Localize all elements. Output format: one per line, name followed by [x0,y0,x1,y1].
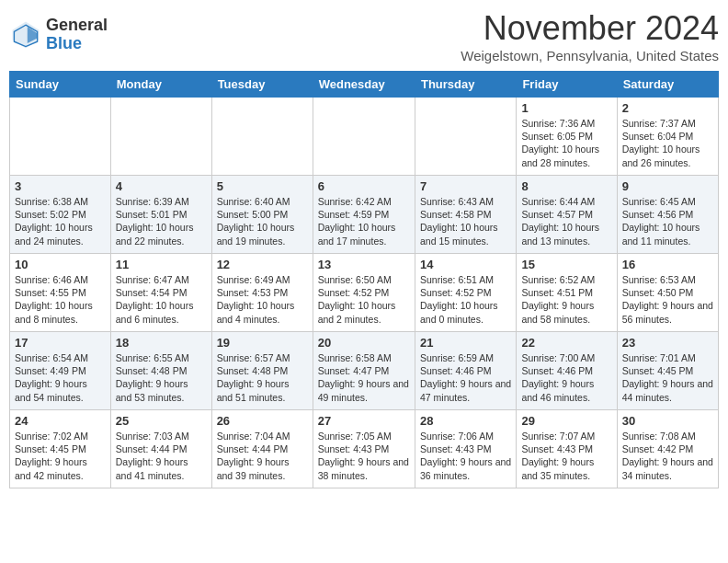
day-number: 22 [521,336,611,350]
day-number: 6 [318,179,410,193]
day-cell: 7Sunrise: 6:43 AMSunset: 4:58 PMDaylight… [415,176,516,254]
day-info: Sunrise: 7:01 AMSunset: 4:45 PMDaylight:… [622,351,713,404]
title-block: November 2024 Weigelstown, Pennsylvania,… [461,9,719,63]
day-info: Sunrise: 6:42 AMSunset: 4:59 PMDaylight:… [318,195,410,247]
day-number: 9 [622,179,713,193]
day-number: 10 [15,258,106,271]
day-number: 19 [217,336,308,350]
day-info: Sunrise: 7:07 AMSunset: 4:43 PMDaylight:… [521,430,611,482]
logo-blue: Blue [46,34,82,52]
day-cell: 13Sunrise: 6:50 AMSunset: 4:52 PMDayligh… [313,254,415,332]
day-cell: 22Sunrise: 7:00 AMSunset: 4:46 PMDayligh… [517,332,617,410]
logo-general: General [46,16,108,34]
day-info: Sunrise: 7:02 AMSunset: 4:45 PMDaylight:… [15,430,106,482]
day-cell: 29Sunrise: 7:07 AMSunset: 4:43 PMDayligh… [517,410,617,488]
day-cell: 24Sunrise: 7:02 AMSunset: 4:45 PMDayligh… [10,410,111,488]
day-cell: 16Sunrise: 6:53 AMSunset: 4:50 PMDayligh… [617,254,718,332]
day-number: 8 [521,179,611,193]
week-row-2: 3Sunrise: 6:38 AMSunset: 5:02 PMDaylight… [10,176,719,254]
day-info: Sunrise: 6:45 AMSunset: 4:56 PMDaylight:… [622,195,713,247]
day-info: Sunrise: 6:49 AMSunset: 4:53 PMDaylight:… [217,273,308,326]
day-info: Sunrise: 6:51 AMSunset: 4:52 PMDaylight:… [420,273,511,326]
day-cell: 30Sunrise: 7:08 AMSunset: 4:42 PMDayligh… [617,410,718,488]
day-number: 23 [622,336,713,350]
day-info: Sunrise: 6:57 AMSunset: 4:48 PMDaylight:… [217,351,308,404]
logo-icon [9,18,42,52]
day-cell: 17Sunrise: 6:54 AMSunset: 4:49 PMDayligh… [10,332,111,410]
day-info: Sunrise: 6:53 AMSunset: 4:50 PMDaylight:… [622,273,713,326]
day-cell: 25Sunrise: 7:03 AMSunset: 4:44 PMDayligh… [110,410,211,488]
day-number: 4 [116,179,207,193]
day-info: Sunrise: 7:36 AMSunset: 6:05 PMDaylight:… [521,117,611,169]
day-cell: 3Sunrise: 6:38 AMSunset: 5:02 PMDaylight… [10,176,111,254]
day-info: Sunrise: 6:44 AMSunset: 4:57 PMDaylight:… [521,195,611,247]
weekday-header-saturday: Saturday [617,72,718,98]
weekday-header-tuesday: Tuesday [211,72,313,98]
month-title: November 2024 [461,9,719,48]
day-info: Sunrise: 6:59 AMSunset: 4:46 PMDaylight:… [420,351,511,404]
day-info: Sunrise: 6:58 AMSunset: 4:47 PMDaylight:… [318,351,410,404]
day-cell: 21Sunrise: 6:59 AMSunset: 4:46 PMDayligh… [415,332,516,410]
day-number: 7 [420,179,511,193]
page-header: General Blue November 2024 Weigelstown, … [9,9,719,63]
day-cell [110,98,211,176]
day-number: 27 [318,414,410,428]
day-info: Sunrise: 6:38 AMSunset: 5:02 PMDaylight:… [15,195,106,247]
day-cell: 1Sunrise: 7:36 AMSunset: 6:05 PMDaylight… [517,98,617,176]
day-cell: 10Sunrise: 6:46 AMSunset: 4:55 PMDayligh… [10,254,111,332]
day-number: 3 [15,179,106,193]
day-number: 21 [420,336,511,350]
day-cell: 14Sunrise: 6:51 AMSunset: 4:52 PMDayligh… [415,254,516,332]
day-info: Sunrise: 6:55 AMSunset: 4:48 PMDaylight:… [116,351,207,404]
day-info: Sunrise: 6:39 AMSunset: 5:01 PMDaylight:… [116,195,207,247]
day-cell: 18Sunrise: 6:55 AMSunset: 4:48 PMDayligh… [110,332,211,410]
day-info: Sunrise: 6:47 AMSunset: 4:54 PMDaylight:… [116,273,207,326]
day-cell [10,98,111,176]
day-cell: 2Sunrise: 7:37 AMSunset: 6:04 PMDaylight… [617,98,718,176]
day-number: 17 [15,336,106,350]
logo: General Blue [9,17,108,53]
week-row-4: 17Sunrise: 6:54 AMSunset: 4:49 PMDayligh… [10,332,719,410]
day-number: 12 [217,258,308,271]
day-info: Sunrise: 6:40 AMSunset: 5:00 PMDaylight:… [217,195,308,247]
logo-text: General Blue [46,17,108,53]
day-info: Sunrise: 6:50 AMSunset: 4:52 PMDaylight:… [318,273,410,326]
day-info: Sunrise: 7:03 AMSunset: 4:44 PMDaylight:… [116,430,207,482]
week-row-5: 24Sunrise: 7:02 AMSunset: 4:45 PMDayligh… [10,410,719,488]
day-number: 14 [420,258,511,271]
day-number: 2 [622,101,713,115]
day-number: 5 [217,179,308,193]
weekday-header-monday: Monday [110,72,211,98]
day-info: Sunrise: 6:46 AMSunset: 4:55 PMDaylight:… [15,273,106,326]
day-cell: 6Sunrise: 6:42 AMSunset: 4:59 PMDaylight… [313,176,415,254]
day-number: 28 [420,414,511,428]
day-cell: 8Sunrise: 6:44 AMSunset: 4:57 PMDaylight… [517,176,617,254]
day-info: Sunrise: 6:43 AMSunset: 4:58 PMDaylight:… [420,195,511,247]
week-row-3: 10Sunrise: 6:46 AMSunset: 4:55 PMDayligh… [10,254,719,332]
day-cell: 9Sunrise: 6:45 AMSunset: 4:56 PMDaylight… [617,176,718,254]
day-info: Sunrise: 7:04 AMSunset: 4:44 PMDaylight:… [217,430,308,482]
day-cell: 19Sunrise: 6:57 AMSunset: 4:48 PMDayligh… [211,332,313,410]
day-cell: 23Sunrise: 7:01 AMSunset: 4:45 PMDayligh… [617,332,718,410]
week-row-1: 1Sunrise: 7:36 AMSunset: 6:05 PMDaylight… [10,98,719,176]
day-info: Sunrise: 7:08 AMSunset: 4:42 PMDaylight:… [622,430,713,482]
day-number: 20 [318,336,410,350]
location-title: Weigelstown, Pennsylvania, United States [461,48,719,63]
day-number: 16 [622,258,713,271]
day-info: Sunrise: 6:52 AMSunset: 4:51 PMDaylight:… [521,273,611,326]
day-number: 24 [15,414,106,428]
day-cell: 26Sunrise: 7:04 AMSunset: 4:44 PMDayligh… [211,410,313,488]
day-cell: 5Sunrise: 6:40 AMSunset: 5:00 PMDaylight… [211,176,313,254]
day-cell: 20Sunrise: 6:58 AMSunset: 4:47 PMDayligh… [313,332,415,410]
weekday-header-thursday: Thursday [415,72,516,98]
day-info: Sunrise: 6:54 AMSunset: 4:49 PMDaylight:… [15,351,106,404]
day-info: Sunrise: 7:37 AMSunset: 6:04 PMDaylight:… [622,117,713,169]
day-cell: 27Sunrise: 7:05 AMSunset: 4:43 PMDayligh… [313,410,415,488]
day-number: 25 [116,414,207,428]
day-number: 1 [521,101,611,115]
day-cell: 4Sunrise: 6:39 AMSunset: 5:01 PMDaylight… [110,176,211,254]
day-number: 30 [622,414,713,428]
day-info: Sunrise: 7:05 AMSunset: 4:43 PMDaylight:… [318,430,410,482]
weekday-header-sunday: Sunday [10,72,111,98]
day-cell [313,98,415,176]
